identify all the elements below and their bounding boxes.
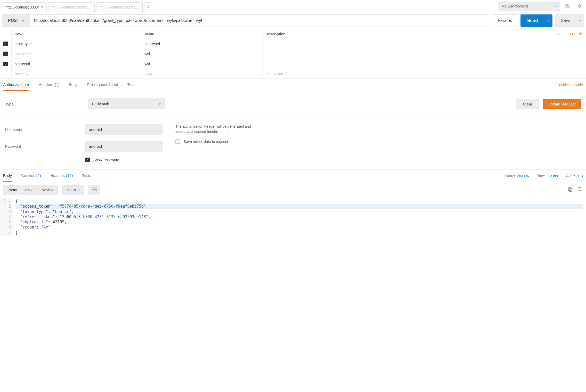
show-password-checkbox[interactable]: ✓	[85, 158, 90, 162]
tab-tests[interactable]: Tests	[127, 79, 136, 91]
param-value[interactable]: wyf	[141, 59, 262, 69]
param-key[interactable]: username	[11, 49, 141, 59]
request-section-tabs: Authorization Headers(1) Body Pre-reques…	[0, 79, 586, 91]
col-description: Description	[262, 29, 408, 39]
cookies-link[interactable]: Cookies	[557, 83, 570, 87]
time-value: 172 ms	[546, 174, 558, 178]
auth-type-label: Type	[5, 102, 77, 106]
password-input[interactable]	[85, 141, 162, 152]
update-request-button[interactable]: Update Request	[543, 99, 581, 109]
save-helper-row[interactable]: Save helper data to request	[175, 139, 253, 144]
send-group: Send	[520, 14, 552, 27]
resp-tab-headers[interactable]: Headers (10)	[50, 170, 73, 182]
new-key[interactable]: New key	[11, 69, 141, 79]
param-value[interactable]: wyf	[141, 49, 262, 59]
response-action-icons	[567, 187, 583, 193]
resp-tab-cookies[interactable]: Cookies (2)	[21, 170, 41, 182]
eye-icon[interactable]	[563, 2, 572, 11]
add-tab-button[interactable]: +	[144, 2, 153, 12]
tab-prerequest[interactable]: Pre-request Script	[87, 79, 118, 91]
more-icon[interactable]: •••	[557, 32, 562, 36]
save-button[interactable]: Save	[555, 14, 576, 27]
tab-label: http://localhost:8080/uaa/u	[100, 5, 139, 9]
chevron-down-icon	[78, 188, 80, 192]
code-link[interactable]: Code	[574, 83, 583, 87]
save-dropdown[interactable]	[576, 14, 584, 27]
checkbox-icon[interactable]: ✓	[3, 42, 8, 46]
param-desc[interactable]	[262, 59, 586, 69]
params-button[interactable]: Params	[492, 14, 518, 27]
checkbox-icon[interactable]: ✓	[3, 62, 8, 66]
format-select[interactable]: JSON	[62, 185, 84, 195]
method-select[interactable]: POST	[2, 14, 30, 27]
auth-type-select[interactable]: Basic Auth	[88, 99, 165, 109]
auth-helper-col: The authorization header will be generat…	[175, 124, 253, 162]
col-value: Value	[141, 29, 262, 39]
view-mode-group: Pretty Raw Preview	[3, 185, 58, 195]
line-gutter: 1 ▾234567	[0, 198, 13, 236]
save-helper-checkbox[interactable]	[175, 139, 180, 144]
send-button[interactable]: Send	[520, 14, 545, 27]
status-value: 200 OK	[517, 174, 529, 178]
request-tab-1[interactable]: http://localhost:8080/order/	[48, 2, 95, 12]
checkbox-icon[interactable]: ✓	[3, 52, 8, 56]
new-param-row[interactable]: New key value description	[0, 69, 586, 79]
response-body-viewer[interactable]: 1 ▾234567 { "access_token": "f577d485-cd…	[0, 198, 586, 236]
username-input[interactable]	[85, 124, 162, 135]
tab-label: http://localhost:8080/	[5, 5, 39, 9]
copy-icon[interactable]	[567, 187, 573, 193]
chevron-down-icon	[159, 102, 161, 106]
svg-rect-2	[569, 189, 572, 191]
svg-line-5	[581, 190, 582, 192]
request-bar: POST Params Send Save	[0, 12, 586, 29]
view-raw[interactable]: Raw	[21, 185, 37, 195]
environment-select[interactable]: No Environment	[498, 2, 560, 11]
close-icon[interactable]: ×	[41, 5, 43, 10]
tab-body[interactable]: Body	[69, 79, 78, 91]
auth-body: Username Password ✓ Show Password The au…	[0, 117, 586, 170]
tab-headers[interactable]: Headers(1)	[39, 79, 60, 91]
environment-label: No Environment	[502, 4, 528, 8]
url-input[interactable]	[30, 14, 489, 27]
save-group: Save	[555, 14, 584, 27]
svg-point-0	[567, 5, 568, 7]
params-header-row: Key Value Description ••• Bulk Edit	[0, 29, 586, 39]
view-pretty[interactable]: Pretty	[3, 185, 21, 195]
save-helper-label: Save helper data to request	[184, 140, 228, 144]
bulk-edit-link[interactable]: Bulk Edit	[568, 32, 583, 36]
param-key[interactable]: password	[11, 59, 141, 69]
col-key: Key	[11, 29, 141, 39]
request-right-links: Cookies Code	[557, 83, 583, 87]
table-row[interactable]: ✓ username wyf	[0, 49, 586, 59]
wrap-toggle-button[interactable]	[88, 185, 100, 195]
tab-authorization[interactable]: Authorization	[3, 79, 29, 91]
table-row[interactable]: ✓ password wyf	[0, 59, 586, 69]
param-desc[interactable]	[262, 49, 586, 59]
auth-type-row: Type Basic Auth Clear Update Request	[0, 91, 586, 117]
modified-dot-icon	[27, 84, 29, 86]
clear-button[interactable]: Clear	[516, 99, 539, 109]
top-bar: http://localhost:8080/ × http://localhos…	[0, 0, 586, 12]
search-icon[interactable]	[577, 187, 583, 193]
view-preview[interactable]: Preview	[37, 185, 58, 195]
param-key[interactable]: grant_type	[11, 39, 141, 49]
tab-label: http://localhost:8080/order/	[52, 5, 91, 9]
param-value[interactable]: password	[141, 39, 262, 49]
request-tab-2[interactable]: http://localhost:8080/uaa/u	[96, 2, 143, 12]
gear-icon[interactable]	[575, 2, 584, 11]
show-password-label: Show Password	[93, 158, 119, 162]
auth-form: Username Password ✓ Show Password	[5, 124, 162, 162]
new-desc[interactable]: description	[262, 69, 586, 79]
size-value: 521 B	[573, 174, 583, 178]
table-row[interactable]: ✓ grant_type password	[0, 39, 586, 49]
method-label: POST	[8, 18, 19, 23]
params-table: Key Value Description ••• Bulk Edit ✓ gr…	[0, 29, 586, 79]
resp-tab-body[interactable]: Body	[3, 170, 12, 182]
response-view-bar: Pretty Raw Preview JSON	[0, 182, 586, 198]
username-label: Username	[5, 128, 75, 132]
request-tab-0[interactable]: http://localhost:8080/ ×	[2, 2, 47, 12]
new-value[interactable]: value	[141, 69, 262, 79]
send-dropdown[interactable]	[545, 14, 552, 27]
param-desc[interactable]	[262, 39, 586, 49]
resp-tab-tests[interactable]: Tests	[82, 170, 91, 182]
